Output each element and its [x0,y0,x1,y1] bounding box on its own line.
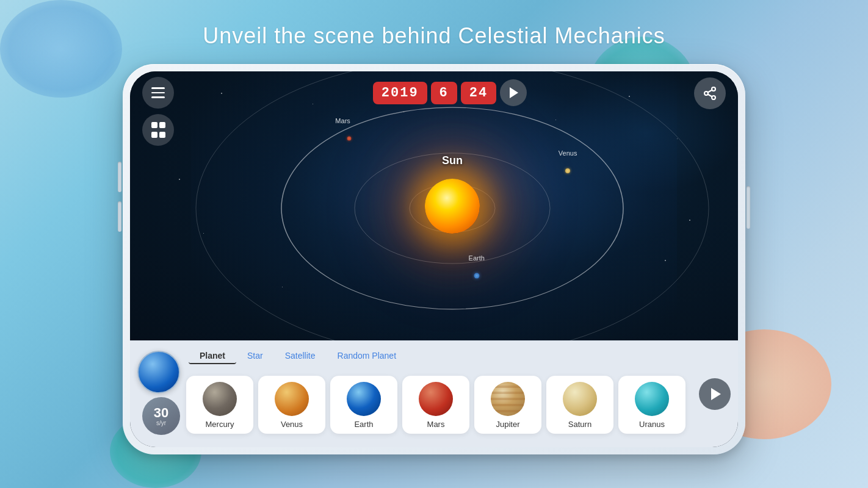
venus-icon [275,382,309,416]
venus-dot[interactable] [565,168,570,173]
venus-label-card: Venus [281,420,303,429]
menu-line-2 [151,92,165,94]
saturn-label-card: Saturn [568,420,591,429]
grid-cell-4 [159,132,165,138]
uranus-label-card: Uranus [639,420,665,429]
earth-icon [347,382,381,416]
menu-line-3 [151,96,165,98]
earth-orbit-label: Earth [469,254,485,262]
play-icon [510,87,518,98]
mars-label: Mars [335,117,350,124]
mars-label-card: Mars [427,420,445,429]
tab-planet[interactable]: Planet [189,348,236,364]
tab-star[interactable]: Star [236,348,274,364]
bottom-panel: 30 s/yr Planet Star Satellite Random Pla… [130,340,738,447]
uranus-icon [635,382,669,416]
page-title: Unveil the scene behind Celestial Mechan… [203,23,665,49]
phone-frame: Sun Venus Mars Earth 2019 6 24 [123,64,745,454]
play-button[interactable] [500,79,527,106]
day-display[interactable]: 24 [461,82,496,104]
grid-cell-2 [159,122,165,128]
top-bar: 2019 6 24 [130,71,738,114]
planet-grid: Mercury Venus Earth Mars [186,369,693,440]
menu-line-1 [151,87,165,89]
planet-card-mercury[interactable]: Mercury [186,376,253,434]
planet-card-jupiter[interactable]: Jupiter [474,376,541,434]
jupiter-icon [491,382,525,416]
planet-selector: Planet Star Satellite Random Planet Merc… [186,348,693,440]
date-bar: 2019 6 24 [373,79,527,106]
earth-dot[interactable] [474,273,479,279]
share-icon [703,86,717,101]
saturn-icon [563,382,597,416]
speed-number: 30 [154,406,168,420]
planet-card-earth[interactable]: Earth [330,376,397,434]
mars-dot[interactable] [347,137,351,141]
jupiter-stripes [491,382,525,416]
jupiter-label-card: Jupiter [496,420,519,429]
earth-label-card: Earth [354,420,373,429]
bg-shape-blue [0,0,122,98]
next-icon [711,388,721,400]
grid-cell-3 [151,132,157,138]
volume-down-btn[interactable] [118,201,121,232]
share-button[interactable] [694,77,726,109]
svg-line-8 [708,90,712,93]
power-btn[interactable] [747,186,750,229]
speed-unit: s/yr [156,420,166,426]
mercury-label: Mercury [206,420,234,429]
speed-badge: 30 s/yr [142,397,180,435]
planet-card-mars[interactable]: Mars [402,376,469,434]
mercury-icon [203,382,237,416]
earth-globe-icon[interactable] [137,351,180,393]
svg-line-7 [708,95,712,97]
planet-card-uranus[interactable]: Uranus [618,376,685,434]
next-button[interactable] [699,378,731,410]
year-display[interactable]: 2019 [373,82,427,104]
mars-icon [419,382,453,416]
tab-satellite[interactable]: Satellite [274,348,327,364]
grid-cell-1 [151,122,157,128]
month-display[interactable]: 6 [431,82,457,104]
tab-random-planet[interactable]: Random Planet [327,348,408,364]
sun-label: Sun [442,154,463,167]
planet-card-saturn[interactable]: Saturn [546,376,613,434]
tab-bar: Planet Star Satellite Random Planet [186,348,693,364]
venus-label: Venus [559,149,577,157]
grid-view-button[interactable] [142,114,174,146]
menu-button[interactable] [142,77,174,109]
phone-screen: Sun Venus Mars Earth 2019 6 24 [130,71,738,447]
volume-up-btn[interactable] [118,162,121,192]
planet-card-venus[interactable]: Venus [258,376,325,434]
sun[interactable] [425,179,480,234]
